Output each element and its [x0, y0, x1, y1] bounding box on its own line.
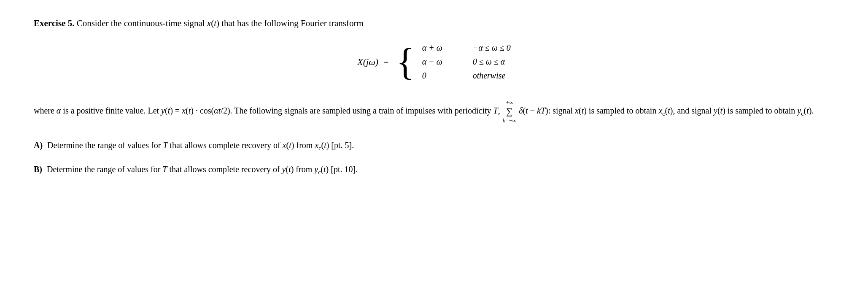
body-text: where α is a positive finite value. Let …	[34, 98, 834, 125]
part-a-label: A)	[34, 141, 43, 150]
y-def: y	[161, 106, 165, 115]
part-a: A) Determine the range of values for T t…	[34, 138, 834, 153]
case-row-1: α + ω −α ≤ ω ≤ 0	[422, 43, 511, 53]
alpha-symbol: α	[57, 106, 61, 115]
equation-lhs: X(jω)	[357, 57, 378, 68]
part-b: B) Determine the range of values for T t…	[34, 162, 834, 177]
delta-function: δ	[519, 106, 523, 115]
left-brace: {	[396, 43, 414, 81]
exercise-label: Exercise 5.	[34, 18, 74, 28]
case-condition-3: otherwise	[473, 71, 506, 81]
cases-table: α + ω −α ≤ ω ≤ 0 α − ω 0 ≤ ω ≤ α 0 other…	[422, 43, 511, 81]
case-value-1: α + ω	[422, 43, 460, 53]
brace-container: { α + ω −α ≤ ω ≤ 0 α − ω 0 ≤ ω ≤ α 0 oth…	[396, 43, 510, 81]
part-b-label: B)	[34, 165, 42, 174]
case-condition-2: 0 ≤ ω ≤ α	[473, 57, 505, 67]
math-display: X(jω) = { α + ω −α ≤ ω ≤ 0 α − ω 0 ≤ ω ≤…	[34, 43, 834, 81]
case-condition-1: −α ≤ ω ≤ 0	[473, 43, 511, 53]
exercise-title: Exercise 5. Consider the continuous-time…	[34, 17, 834, 30]
exercise-container: Exercise 5. Consider the continuous-time…	[34, 17, 834, 178]
case-value-2: α − ω	[422, 57, 460, 67]
signal-x-inline: x	[207, 18, 211, 28]
equals-sign: =	[383, 57, 388, 68]
case-row-3: 0 otherwise	[422, 71, 511, 81]
case-row-2: α − ω 0 ≤ ω ≤ α	[422, 57, 511, 67]
case-value-3: 0	[422, 71, 460, 81]
